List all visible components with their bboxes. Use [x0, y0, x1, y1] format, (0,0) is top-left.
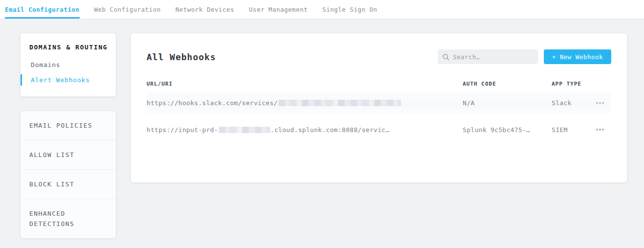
webhook-url-prefix: https://input-prd-	[147, 126, 218, 134]
top-navigation: Email Configuration Web Configuration Ne…	[0, 0, 644, 19]
tab-web-configuration[interactable]: Web Configuration	[94, 0, 161, 19]
app-type-cell: Slack	[552, 99, 589, 107]
row-menu-button[interactable]	[589, 91, 611, 114]
ellipsis-icon	[596, 129, 598, 131]
search-icon	[443, 54, 449, 60]
webhook-url-cell: https://input-prd- .cloud.splunk.com:808…	[147, 126, 463, 134]
webhooks-table: URL/URI AUTH CODE APP TYPE https://hooks…	[147, 76, 611, 145]
redacted-url-segment	[279, 100, 401, 106]
webhook-url-prefix: https://hooks.slack.com/services/	[147, 99, 278, 107]
sidebar-item-email-policies[interactable]: EMAIL POLICIES	[21, 111, 116, 140]
table-header-row: URL/URI AUTH CODE APP TYPE	[147, 76, 611, 91]
search-input[interactable]	[453, 53, 533, 61]
sidebar: DOMAINS & ROUTING Domains Alert Webhooks…	[21, 33, 116, 238]
app-type-cell: SIEM	[552, 126, 589, 134]
webhooks-header: All Webhooks + New Webhook	[147, 33, 611, 64]
sidebar-item-domains[interactable]: Domains	[21, 59, 107, 70]
webhook-url-cell: https://hooks.slack.com/services/	[147, 99, 463, 107]
row-menu-button[interactable]	[589, 114, 611, 145]
page-title: All Webhooks	[147, 52, 216, 62]
column-header-app-type: APP TYPE	[552, 81, 589, 87]
new-webhook-button[interactable]: + New Webhook	[544, 49, 611, 64]
tab-email-configuration[interactable]: Email Configuration	[5, 0, 80, 19]
ellipsis-icon	[596, 102, 598, 104]
table-row-slack-webhook[interactable]: https://hooks.slack.com/services/ N/A Sl…	[147, 91, 611, 114]
column-header-url: URL/URI	[147, 81, 463, 87]
tab-user-management[interactable]: User Management	[249, 0, 307, 19]
sidebar-item-allow-list[interactable]: ALLOW LIST	[21, 140, 116, 170]
tab-single-sign-on[interactable]: Single Sign On	[322, 0, 377, 19]
sidebar-item-block-list[interactable]: BLOCK LIST	[21, 170, 116, 199]
search-box[interactable]	[438, 49, 538, 64]
auth-code-cell: N/A	[463, 99, 552, 107]
domains-routing-card: DOMAINS & ROUTING Domains Alert Webhooks	[21, 33, 116, 96]
sidebar-item-alert-webhooks[interactable]: Alert Webhooks	[21, 74, 107, 86]
redacted-url-segment	[219, 127, 270, 133]
auth-code-cell: Splunk 9c5bc475-…	[463, 126, 552, 134]
header-actions: + New Webhook	[438, 49, 611, 64]
sidebar-sections-card: EMAIL POLICIES ALLOW LIST BLOCK LIST ENH…	[21, 111, 116, 238]
webhook-url-suffix: .cloud.splunk.com:8088/servic…	[270, 126, 389, 134]
sidebar-item-enhanced-detections[interactable]: ENHANCED DETECTIONS	[21, 199, 116, 238]
column-header-auth-code: AUTH CODE	[463, 81, 552, 87]
domains-routing-heading: DOMAINS & ROUTING	[29, 44, 107, 51]
page-content: DOMAINS & ROUTING Domains Alert Webhooks…	[0, 19, 644, 238]
webhooks-panel: All Webhooks + New Webhook URL/URI AUTH …	[131, 33, 627, 182]
table-row-splunk-webhook[interactable]: https://input-prd- .cloud.splunk.com:808…	[147, 114, 611, 145]
tab-network-devices[interactable]: Network Devices	[175, 0, 234, 19]
